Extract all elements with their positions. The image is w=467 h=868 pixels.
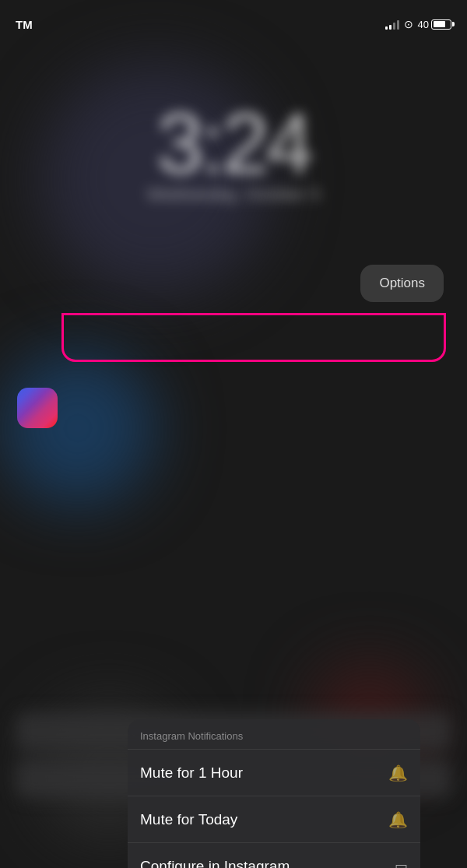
signal-bar-1 [385,26,388,30]
menu-item-mute-hour[interactable]: Mute for 1 Hour 🔔 [128,750,420,796]
mute-today-label: Mute for Today [140,811,237,828]
mute-hour-icon: 🔔 [388,764,408,782]
options-button[interactable]: Options [360,265,444,302]
wifi-icon: ⊙ [404,18,413,30]
battery-percent: 40 [418,19,429,30]
mute-today-icon: 🔔 [388,810,408,829]
status-right-group: ⊙ 40 [385,18,451,30]
battery-fill [434,21,446,27]
options-label: Options [379,276,425,290]
status-bar: TM ⊙ 40 [0,0,467,39]
configure-icon: ▭ [395,858,408,869]
bg-blob-2 [0,350,156,506]
menu-item-configure[interactable]: Configure in Instagram ▭ [128,843,420,868]
clock-display: 3:24 Wednesday, October 5 [147,93,321,205]
menu-header-text: Instagram Notifications [140,730,243,742]
menu-header: Instagram Notifications [128,719,420,750]
carrier-label: TM [16,18,33,31]
menu-item-mute-today[interactable]: Mute for Today 🔔 [128,796,420,843]
signal-bars-icon [385,19,399,30]
mute-hour-label: Mute for 1 Hour [140,764,243,782]
clock-time: 3:24 [147,93,321,192]
context-menu: Instagram Notifications Mute for 1 Hour … [128,719,420,868]
clock-date: Wednesday, October 5 [147,184,321,205]
signal-bar-2 [389,25,392,30]
instagram-app-icon [17,388,58,428]
signal-bar-4 [397,20,399,30]
battery-icon [431,19,451,30]
battery-wrapper: 40 [418,19,451,30]
configure-label: Configure in Instagram [140,858,290,869]
signal-bar-3 [393,23,395,30]
